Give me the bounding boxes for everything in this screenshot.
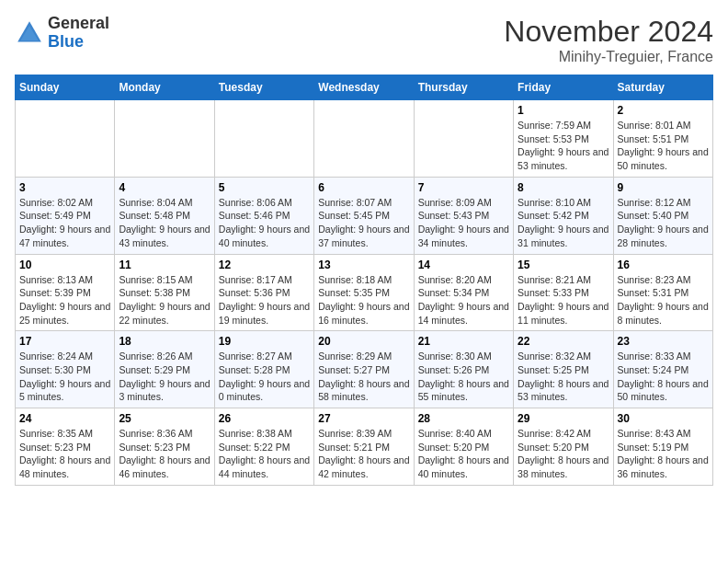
day-info: Sunrise: 8:27 AM Sunset: 5:28 PM Dayligh… (219, 350, 310, 404)
day-info: Sunrise: 8:30 AM Sunset: 5:26 PM Dayligh… (418, 350, 509, 404)
calendar-cell: 22Sunrise: 8:32 AM Sunset: 5:25 PM Dayli… (514, 331, 613, 408)
weekday-header: Sunday (16, 75, 115, 100)
calendar-cell: 12Sunrise: 8:17 AM Sunset: 5:36 PM Dayli… (214, 254, 313, 331)
calendar-week-row: 1Sunrise: 7:59 AM Sunset: 5:53 PM Daylig… (16, 100, 713, 178)
calendar-cell (414, 100, 513, 178)
weekday-header-row: SundayMondayTuesdayWednesdayThursdayFrid… (16, 75, 713, 100)
day-number: 5 (219, 181, 310, 194)
calendar-cell: 20Sunrise: 8:29 AM Sunset: 5:27 PM Dayli… (314, 331, 414, 408)
calendar-cell (16, 100, 115, 178)
day-info: Sunrise: 8:39 AM Sunset: 5:21 PM Dayligh… (318, 427, 409, 481)
calendar-cell: 13Sunrise: 8:18 AM Sunset: 5:35 PM Dayli… (314, 254, 414, 331)
weekday-header: Wednesday (314, 75, 414, 100)
day-info: Sunrise: 8:18 AM Sunset: 5:35 PM Dayligh… (318, 273, 409, 327)
day-info: Sunrise: 8:32 AM Sunset: 5:25 PM Dayligh… (518, 350, 609, 404)
day-info: Sunrise: 8:33 AM Sunset: 5:24 PM Dayligh… (618, 350, 709, 404)
calendar-cell: 19Sunrise: 8:27 AM Sunset: 5:28 PM Dayli… (214, 331, 313, 408)
calendar-week-row: 17Sunrise: 8:24 AM Sunset: 5:30 PM Dayli… (16, 331, 713, 408)
title-block: November 2024 Minihy-Treguier, France (504, 15, 713, 65)
day-info: Sunrise: 8:40 AM Sunset: 5:20 PM Dayligh… (418, 427, 509, 481)
calendar-cell: 17Sunrise: 8:24 AM Sunset: 5:30 PM Dayli… (16, 331, 115, 408)
day-number: 7 (418, 181, 509, 194)
day-info: Sunrise: 8:24 AM Sunset: 5:30 PM Dayligh… (19, 350, 110, 404)
day-number: 13 (318, 259, 409, 271)
weekday-header: Saturday (613, 75, 712, 100)
calendar-cell (314, 100, 414, 178)
day-info: Sunrise: 8:10 AM Sunset: 5:42 PM Dayligh… (518, 196, 609, 250)
location-subtitle: Minihy-Treguier, France (504, 49, 713, 65)
day-info: Sunrise: 8:23 AM Sunset: 5:31 PM Dayligh… (618, 273, 709, 327)
day-info: Sunrise: 8:07 AM Sunset: 5:45 PM Dayligh… (318, 196, 409, 250)
day-number: 20 (318, 335, 409, 348)
day-info: Sunrise: 8:36 AM Sunset: 5:23 PM Dayligh… (119, 427, 210, 481)
calendar-cell: 15Sunrise: 8:21 AM Sunset: 5:33 PM Dayli… (514, 254, 613, 331)
weekday-header: Thursday (414, 75, 513, 100)
day-info: Sunrise: 8:06 AM Sunset: 5:46 PM Dayligh… (219, 196, 310, 250)
calendar-cell: 11Sunrise: 8:15 AM Sunset: 5:38 PM Dayli… (115, 254, 214, 331)
logo-general-text: General (48, 15, 109, 33)
day-info: Sunrise: 8:29 AM Sunset: 5:27 PM Dayligh… (318, 350, 409, 404)
day-info: Sunrise: 8:02 AM Sunset: 5:49 PM Dayligh… (19, 196, 110, 250)
day-number: 29 (518, 412, 609, 425)
day-info: Sunrise: 8:43 AM Sunset: 5:19 PM Dayligh… (618, 427, 709, 481)
day-info: Sunrise: 8:09 AM Sunset: 5:43 PM Dayligh… (418, 196, 509, 250)
day-number: 1 (518, 104, 609, 117)
day-info: Sunrise: 8:15 AM Sunset: 5:38 PM Dayligh… (119, 273, 210, 327)
day-number: 12 (219, 259, 310, 271)
calendar-cell: 25Sunrise: 8:36 AM Sunset: 5:23 PM Dayli… (115, 408, 214, 486)
logo-text: General Blue (48, 15, 109, 52)
calendar-cell: 9Sunrise: 8:12 AM Sunset: 5:40 PM Daylig… (613, 177, 712, 254)
weekday-header: Friday (514, 75, 613, 100)
day-number: 10 (19, 259, 110, 271)
calendar-cell: 2Sunrise: 8:01 AM Sunset: 5:51 PM Daylig… (613, 100, 712, 178)
day-number: 21 (418, 335, 509, 348)
calendar-cell: 3Sunrise: 8:02 AM Sunset: 5:49 PM Daylig… (16, 177, 115, 254)
day-info: Sunrise: 8:01 AM Sunset: 5:51 PM Dayligh… (618, 119, 709, 173)
calendar-cell: 29Sunrise: 8:42 AM Sunset: 5:20 PM Dayli… (514, 408, 613, 486)
day-info: Sunrise: 8:04 AM Sunset: 5:48 PM Dayligh… (119, 196, 210, 250)
day-info: Sunrise: 8:21 AM Sunset: 5:33 PM Dayligh… (518, 273, 609, 327)
day-number: 11 (119, 259, 210, 271)
day-info: Sunrise: 8:20 AM Sunset: 5:34 PM Dayligh… (418, 273, 509, 327)
calendar-week-row: 24Sunrise: 8:35 AM Sunset: 5:23 PM Dayli… (16, 408, 713, 486)
calendar-week-row: 10Sunrise: 8:13 AM Sunset: 5:39 PM Dayli… (16, 254, 713, 331)
weekday-header: Tuesday (214, 75, 313, 100)
month-title: November 2024 (504, 15, 713, 49)
day-number: 30 (618, 412, 709, 425)
calendar-cell: 5Sunrise: 8:06 AM Sunset: 5:46 PM Daylig… (214, 177, 313, 254)
calendar-week-row: 3Sunrise: 8:02 AM Sunset: 5:49 PM Daylig… (16, 177, 713, 254)
day-number: 19 (219, 335, 310, 348)
logo-icon (15, 18, 44, 48)
day-number: 27 (318, 412, 409, 425)
calendar-cell (214, 100, 313, 178)
day-info: Sunrise: 8:17 AM Sunset: 5:36 PM Dayligh… (219, 273, 310, 327)
day-number: 6 (318, 181, 409, 194)
day-number: 15 (518, 259, 609, 271)
day-number: 26 (219, 412, 310, 425)
weekday-header: Monday (115, 75, 214, 100)
day-info: Sunrise: 8:35 AM Sunset: 5:23 PM Dayligh… (19, 427, 110, 481)
calendar-cell: 7Sunrise: 8:09 AM Sunset: 5:43 PM Daylig… (414, 177, 513, 254)
calendar-cell: 23Sunrise: 8:33 AM Sunset: 5:24 PM Dayli… (613, 331, 712, 408)
calendar-cell: 21Sunrise: 8:30 AM Sunset: 5:26 PM Dayli… (414, 331, 513, 408)
day-info: Sunrise: 7:59 AM Sunset: 5:53 PM Dayligh… (518, 119, 609, 173)
calendar-cell: 16Sunrise: 8:23 AM Sunset: 5:31 PM Dayli… (613, 254, 712, 331)
day-number: 22 (518, 335, 609, 348)
day-number: 3 (19, 181, 110, 194)
day-number: 24 (19, 412, 110, 425)
day-info: Sunrise: 8:38 AM Sunset: 5:22 PM Dayligh… (219, 427, 310, 481)
day-number: 8 (518, 181, 609, 194)
calendar-cell: 1Sunrise: 7:59 AM Sunset: 5:53 PM Daylig… (514, 100, 613, 178)
day-number: 23 (618, 335, 709, 348)
calendar-cell: 28Sunrise: 8:40 AM Sunset: 5:20 PM Dayli… (414, 408, 513, 486)
logo: General Blue (15, 15, 109, 52)
day-number: 14 (418, 259, 509, 271)
page-header: General Blue November 2024 Minihy-Tregui… (15, 15, 713, 65)
calendar-cell: 18Sunrise: 8:26 AM Sunset: 5:29 PM Dayli… (115, 331, 214, 408)
calendar-cell: 14Sunrise: 8:20 AM Sunset: 5:34 PM Dayli… (414, 254, 513, 331)
day-info: Sunrise: 8:13 AM Sunset: 5:39 PM Dayligh… (19, 273, 110, 327)
calendar-cell: 26Sunrise: 8:38 AM Sunset: 5:22 PM Dayli… (214, 408, 313, 486)
day-number: 2 (618, 104, 709, 117)
logo-blue-text: Blue (48, 33, 109, 52)
day-number: 18 (119, 335, 210, 348)
